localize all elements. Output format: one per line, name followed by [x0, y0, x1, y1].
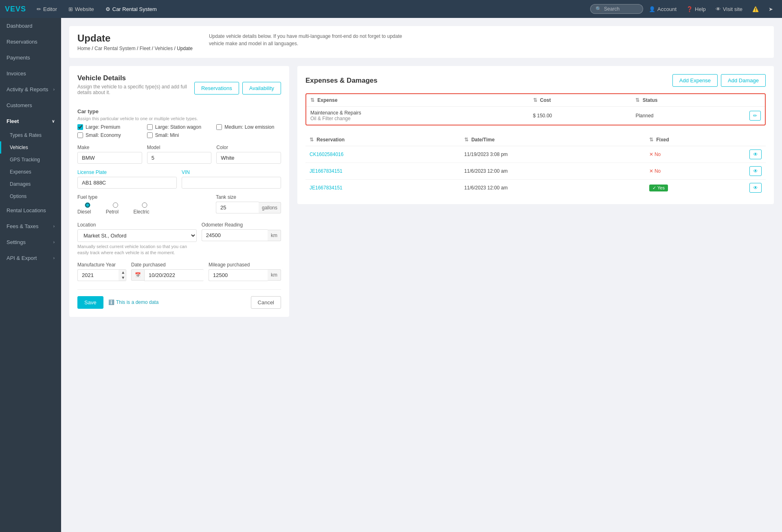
- sidebar-item-fleet[interactable]: Fleet ∨: [0, 113, 61, 129]
- sidebar-item-invoices[interactable]: Invoices: [0, 66, 61, 81]
- mileage-unit: km: [268, 269, 281, 281]
- sidebar-item-api-export[interactable]: API & Export ›: [0, 250, 61, 266]
- add-damage-button[interactable]: Add Damage: [721, 74, 766, 87]
- breadcrumb-home[interactable]: Home: [77, 46, 90, 51]
- sidebar-item-settings[interactable]: Settings ›: [0, 234, 61, 250]
- breadcrumb-current: Update: [177, 46, 193, 51]
- mileage-purchased-input[interactable]: [209, 269, 268, 281]
- nav-account[interactable]: 👤 Account: [645, 0, 681, 18]
- page-description: Update vehicle details below. If you hav…: [209, 33, 413, 47]
- sidebar-item-fees-taxes[interactable]: Fees & Taxes ›: [0, 218, 61, 234]
- breadcrumb-vehicles[interactable]: Vehicles: [154, 46, 173, 51]
- radio-electric-input[interactable]: [133, 202, 156, 208]
- view-reservation-button-3[interactable]: 👁: [749, 183, 762, 193]
- availability-button[interactable]: Availability: [242, 82, 281, 95]
- tank-size-input[interactable]: [216, 202, 259, 213]
- tank-size-unit: gallons: [259, 202, 281, 213]
- sort-icon5: ⇅: [464, 137, 468, 143]
- fixed-col-header: ⇅ Fixed: [645, 134, 745, 146]
- sidebar: Dashboard Reservations Payments Invoices…: [0, 18, 61, 532]
- breadcrumb-car-rental[interactable]: Car Rental System: [94, 46, 136, 51]
- fixed-yes-badge: ✓ Yes: [649, 185, 668, 191]
- checkbox-small-economy[interactable]: Small: Economy: [77, 132, 142, 138]
- sidebar-item-customers[interactable]: Customers: [0, 97, 61, 113]
- checkbox-small-economy-input[interactable]: [77, 132, 83, 138]
- year-date-mileage-row: Manufacture Year ▲ ▼ Date purchased 📅: [77, 262, 281, 281]
- breadcrumb-fleet[interactable]: Fleet: [140, 46, 151, 51]
- nav-visit-site[interactable]: 👁 Visit site: [712, 0, 747, 18]
- sidebar-item-activity-reports[interactable]: Activity & Reports ›: [0, 81, 61, 97]
- reservation-link-2[interactable]: JE1667834151: [310, 168, 343, 174]
- sidebar-sub-damages[interactable]: Damages: [0, 178, 61, 190]
- checkbox-medium-low[interactable]: Medium: Low emission: [216, 124, 281, 130]
- fixed-cell-1: ✕ No: [645, 146, 745, 163]
- warning-icon: ⚠️: [752, 6, 759, 12]
- radio-petrol-input[interactable]: [106, 202, 125, 208]
- checkbox-small-mini[interactable]: Small: Mini: [147, 132, 212, 138]
- color-input[interactable]: [216, 152, 281, 164]
- nav-extra[interactable]: ➤: [764, 0, 777, 18]
- sidebar-item-payments[interactable]: Payments: [0, 50, 61, 66]
- model-input[interactable]: [147, 152, 212, 164]
- nav-website[interactable]: ⊞ Website: [64, 0, 98, 18]
- logo[interactable]: VEVS: [5, 5, 26, 13]
- stepper-down-button[interactable]: ▼: [119, 275, 126, 281]
- stepper-up-button[interactable]: ▲: [119, 270, 126, 275]
- datetime-cell-1: 11/19/2023 3:08 pm: [460, 146, 645, 163]
- payments-label: Payments: [7, 55, 30, 61]
- edit-expense-button[interactable]: ✏: [749, 111, 761, 121]
- reservation-link-3[interactable]: JE1667834151: [310, 185, 343, 191]
- radio-diesel[interactable]: Diesel: [77, 202, 98, 215]
- add-expense-button[interactable]: Add Expense: [672, 74, 718, 87]
- fuel-tank-row: Fuel type Diesel Petrol Electric: [77, 194, 281, 216]
- sidebar-sub-options[interactable]: Options: [0, 190, 61, 202]
- checkbox-small-mini-input[interactable]: [147, 132, 153, 138]
- sidebar-sub-vehicles[interactable]: Vehicles: [0, 141, 61, 154]
- datetime-col-header: ⇅ Date/Time: [460, 134, 645, 146]
- search-input[interactable]: [604, 6, 641, 12]
- sort-icon2: ⇅: [533, 97, 537, 103]
- nav-alert[interactable]: ⚠️: [748, 0, 763, 18]
- main-content: Update Home / Car Rental System / Fleet …: [61, 18, 782, 532]
- date-purchased-input[interactable]: [144, 269, 204, 281]
- expense-cell: Maintenance & Repairs Oil & Filter chang…: [306, 107, 529, 125]
- checkbox-large-station-input[interactable]: [147, 124, 153, 130]
- radio-electric[interactable]: Electric: [133, 202, 156, 215]
- nav-editor[interactable]: ✏ Editor: [33, 0, 61, 18]
- view-reservation-button-1[interactable]: 👁: [749, 149, 762, 159]
- radio-diesel-input[interactable]: [77, 202, 98, 208]
- stepper-buttons: ▲ ▼: [119, 269, 126, 281]
- cancel-button[interactable]: Cancel: [251, 296, 281, 309]
- manufacture-year-input[interactable]: [77, 269, 119, 281]
- checkbox-large-premium-input[interactable]: [77, 124, 83, 130]
- radio-petrol[interactable]: Petrol: [106, 202, 125, 215]
- expense-table-row: Maintenance & Repairs Oil & Filter chang…: [306, 107, 765, 125]
- license-plate-input[interactable]: [77, 177, 177, 189]
- reservation-link-1[interactable]: CK1602584016: [310, 152, 343, 157]
- nav-car-rental[interactable]: ⚙ Car Rental System: [101, 0, 161, 18]
- vehicle-details-header: Vehicle Details Assign the vehicle to a …: [77, 74, 281, 102]
- location-select[interactable]: Market St., Oxford High Street London Br…: [77, 229, 197, 242]
- odometer-input[interactable]: [202, 229, 268, 241]
- license-vin-row: License Plate VIN: [77, 169, 281, 189]
- checkbox-large-station[interactable]: Large: Station wagon: [147, 124, 212, 130]
- sidebar-sub-gps-tracking[interactable]: GPS Tracking: [0, 154, 61, 166]
- view-reservation-button-2[interactable]: 👁: [749, 166, 762, 176]
- save-button[interactable]: Save: [77, 296, 103, 309]
- sidebar-item-reservations[interactable]: Reservations: [0, 34, 61, 50]
- sidebar-sub-expenses[interactable]: Expenses: [0, 166, 61, 178]
- sidebar-sub-types-rates[interactable]: Types & Rates: [0, 129, 61, 141]
- sidebar-item-rental-locations[interactable]: Rental Locations: [0, 202, 61, 218]
- vin-input[interactable]: [182, 177, 281, 189]
- checkbox-large-premium[interactable]: Large: Premium: [77, 124, 142, 130]
- nav-help[interactable]: ❓ Help: [682, 0, 710, 18]
- checkbox-medium-low-input[interactable]: [216, 124, 222, 130]
- reservations-button[interactable]: Reservations: [194, 82, 239, 95]
- page-title: Update: [77, 33, 193, 44]
- action-col-header: [745, 94, 765, 107]
- search-box[interactable]: 🔍: [590, 4, 643, 14]
- chevron-right-icon4: ›: [53, 256, 55, 260]
- invoices-label: Invoices: [7, 70, 26, 77]
- sidebar-item-dashboard[interactable]: Dashboard: [0, 18, 61, 34]
- make-input[interactable]: [77, 152, 142, 164]
